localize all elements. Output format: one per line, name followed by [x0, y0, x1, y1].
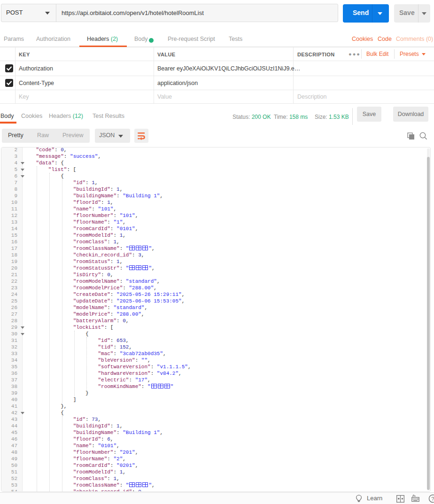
- svg-text:?: ?: [431, 496, 434, 502]
